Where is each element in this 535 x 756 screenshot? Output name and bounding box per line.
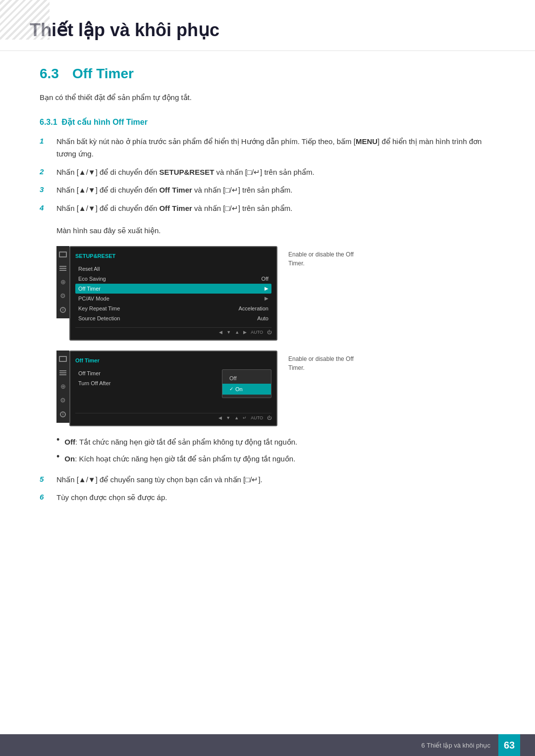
step-4: 4 Nhấn [▲/▼] để di chuyển đến Off Timer … (40, 202, 495, 215)
arrows-icon: ⊕ (60, 278, 66, 286)
steps-list: 1 Nhấn bất kỳ nút nào ở phía trước sản p… (40, 136, 495, 215)
info-icon-2: i (60, 411, 66, 417)
step-2: 2 Nhấn [▲/▼] để di chuyển đến SETUP&RESE… (40, 166, 495, 179)
screen1-display: SETUP&RESET Reset All Eco Saving Off Off… (69, 246, 277, 341)
arrows-icon-2: ⊕ (60, 383, 66, 390)
step-number-2: 2 (40, 166, 50, 176)
submenu-popup: Off ✓ On (222, 369, 271, 398)
step-number-4: 4 (40, 202, 50, 212)
step-text-5: Nhấn [▲/▼] để chuyển sang tùy chọn bạn c… (56, 474, 263, 486)
icon-arrows-side: ⊕ (58, 279, 67, 286)
decorative-stripe (0, 0, 50, 40)
icon-gear-side: ⚙ (58, 293, 67, 300)
bullet-item-off: • Off: Tắt chức năng hẹn giờ tắt để sản … (56, 436, 495, 448)
bullet-item-on: • On: Kích hoạt chức năng hẹn giờ tắt để… (56, 453, 495, 465)
lines-icon-2 (59, 370, 66, 375)
screen2-wrapper: ⊕ ⚙ i Off Timer Off Timer (56, 351, 495, 426)
screen1-item-keyrepeat: Key Repeat Time Acceleration (75, 303, 271, 313)
power-icon-2: ⏻ (267, 415, 271, 420)
step-3: 3 Nhấn [▲/▼] để di chuyển đến Off Timer … (40, 184, 495, 197)
nav-up-icon-2: ▲ (234, 415, 239, 420)
auto-label-2: AUTO (251, 415, 263, 420)
line3-2 (59, 374, 66, 375)
step-6: 6 Tùy chọn được chọn sẽ được áp. (40, 492, 495, 504)
screen1-item-pcav: PC/AV Mode ▶ (75, 294, 271, 303)
power-icon: ⏻ (267, 330, 271, 335)
screen1: ⊕ ⚙ i SETUP&RESET Reset All Eco Savi (56, 246, 277, 341)
subsection-title: 6.3.1 Đặt cấu hình Off Timer (40, 117, 495, 127)
bullet-dot-2: • (56, 452, 59, 461)
section-title: Off Timer (72, 66, 134, 82)
screen2-menu-title: Off Timer (75, 356, 271, 364)
step-4-extra: Màn hình sau đây sẽ xuất hiện. (56, 225, 495, 237)
line1-2 (59, 370, 66, 371)
auto-label: AUTO (251, 330, 263, 335)
icon-display-2 (58, 355, 67, 362)
nav-left-icon: ◀ (219, 330, 222, 335)
checkmark-icon: ✓ (229, 386, 233, 392)
icon-info-side-2: i (58, 411, 67, 418)
monitor-icon-2 (59, 356, 67, 362)
nav-up-icon: ▲ (235, 330, 239, 335)
screen2-sidenote: Enable or disable the Off Timer. (283, 351, 358, 372)
step-number-6: 6 (40, 492, 50, 501)
icon-menu-2 (58, 369, 67, 376)
screen1-menu-title: SETUP&RESET (75, 252, 271, 260)
screen1-bottom-bar: ◀ ▼ ▲ ▶ AUTO ⏻ (75, 327, 271, 335)
screen2-bottom-bar: ◀ ▼ ▲ ↵ AUTO ⏻ (75, 413, 271, 420)
screen2: ⊕ ⚙ i Off Timer Off Timer (56, 351, 277, 426)
line2 (59, 268, 66, 269)
footer-text: 6 Thiết lập và khôi phục (422, 742, 490, 749)
page-number: 63 (498, 734, 520, 756)
nav-right-icon: ▶ (243, 330, 247, 335)
nav-down-icon: ▼ (226, 330, 231, 335)
step-text-1: Nhấn bất kỳ nút nào ở phía trước sản phẩ… (56, 136, 495, 160)
step-text-3: Nhấn [▲/▼] để di chuyển đến Off Timer và… (56, 184, 292, 197)
step-text-4: Nhấn [▲/▼] để di chuyển đến Off Timer và… (56, 202, 292, 215)
screen2-side-icons: ⊕ ⚙ i (56, 351, 69, 423)
gear-icon-2: ⚙ (60, 397, 66, 404)
submenu-off: Off (222, 373, 271, 384)
screen1-item-reset: Reset All (75, 264, 271, 274)
steps-list-2: 5 Nhấn [▲/▼] để chuyển sang tùy chọn bạn… (40, 474, 495, 504)
icon-display (58, 251, 67, 258)
arrow-icon-1: ▶ (265, 286, 268, 291)
screen2-item-turnoff: Turn Off After (75, 378, 217, 388)
lines-icon (59, 266, 66, 271)
step-5: 5 Nhấn [▲/▼] để chuyển sang tùy chọn bạn… (40, 474, 495, 486)
screen1-wrapper: ⊕ ⚙ i SETUP&RESET Reset All Eco Savi (56, 246, 495, 341)
screen1-item-source: Source Detection Auto (75, 313, 271, 323)
nav-down-icon-2: ▼ (226, 415, 230, 420)
page-header: Thiết lập và khôi phục (0, 0, 535, 51)
step-number-1: 1 (40, 136, 50, 145)
nav-enter-icon: ↵ (243, 415, 247, 420)
icon-menu (58, 265, 67, 272)
line2-2 (59, 372, 66, 373)
monitor-icon (59, 252, 67, 257)
section-description: Bạn có thể thiết đặt để sản phẩm tự động… (40, 92, 495, 103)
section-heading: 6.3 Off Timer (40, 66, 495, 82)
bullet-text-on: On: Kích hoạt chức năng hẹn giờ tắt để s… (64, 453, 295, 465)
arrow-icon-2: ▶ (265, 296, 268, 301)
screen1-sidenote: Enable or disable the Off Timer. (283, 246, 358, 268)
screen1-side-icons: ⊕ ⚙ i (56, 246, 69, 318)
nav-left-icon-2: ◀ (218, 415, 222, 420)
step-number-5: 5 (40, 474, 50, 483)
section-number: 6.3 (40, 66, 64, 82)
step-1: 1 Nhấn bất kỳ nút nào ở phía trước sản p… (40, 136, 495, 160)
icon-gear-side-2: ⚙ (58, 397, 67, 404)
gear-icon: ⚙ (60, 292, 66, 300)
step-text-6: Tùy chọn được chọn sẽ được áp. (56, 492, 167, 504)
screen1-item-offtimer: Off Timer ▶ (75, 284, 271, 294)
screen2-item-offtimer: Off Timer (75, 368, 217, 378)
bullet-list: • Off: Tắt chức năng hẹn giờ tắt để sản … (56, 436, 495, 465)
page-title: Thiết lập và khôi phục (30, 15, 505, 41)
main-content: 6.3 Off Timer Bạn có thể thiết đặt để sả… (0, 66, 535, 554)
submenu-on: ✓ On (222, 384, 271, 395)
line3 (59, 270, 66, 271)
screen1-item-eco: Eco Saving Off (75, 274, 271, 284)
page-footer: 6 Thiết lập và khôi phục 63 (0, 734, 535, 756)
line1 (59, 266, 66, 267)
icon-arrows-side-2: ⊕ (58, 383, 67, 390)
screen-images: ⊕ ⚙ i SETUP&RESET Reset All Eco Savi (56, 246, 495, 426)
